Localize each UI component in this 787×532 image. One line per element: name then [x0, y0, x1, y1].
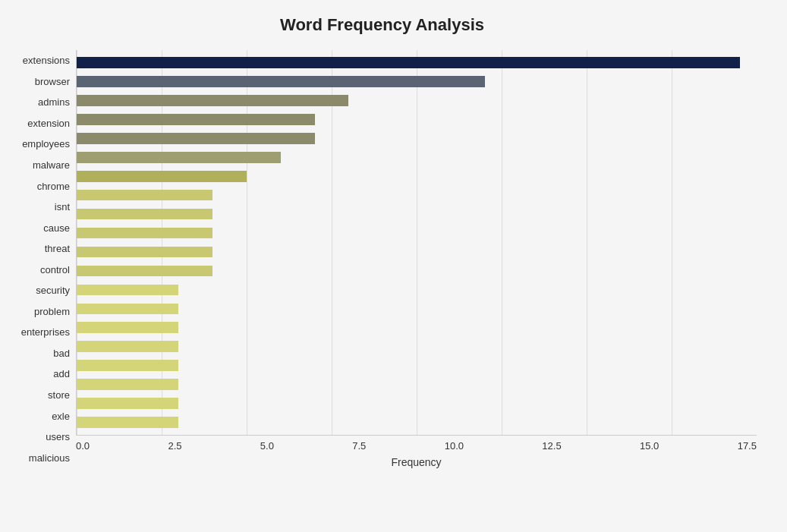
bar-row	[77, 148, 757, 167]
bar-row	[77, 318, 757, 337]
bar-row	[77, 413, 757, 432]
bar-row	[77, 205, 757, 224]
y-axis-label: security	[36, 285, 70, 295]
bar-row	[77, 280, 757, 299]
y-axis-label: extensions	[23, 55, 70, 65]
y-axis-label: enterprises	[21, 327, 70, 337]
x-tick: 10.0	[445, 440, 464, 452]
bar-row	[77, 91, 757, 110]
bar-row	[77, 110, 757, 129]
y-axis-label: bad	[53, 348, 70, 358]
bar	[77, 285, 178, 296]
y-axis-label: threat	[45, 244, 70, 253]
y-axis-label: users	[46, 432, 70, 442]
bar	[77, 304, 178, 315]
y-axis-label: chrome	[37, 181, 70, 191]
bar-row	[77, 129, 757, 148]
bar-row	[77, 243, 757, 262]
bar-row	[77, 299, 757, 318]
x-tick: 5.0	[260, 440, 274, 452]
x-tick: 17.5	[738, 440, 757, 452]
bars-section	[76, 50, 757, 436]
y-axis-label: control	[40, 265, 70, 275]
y-axis-label: employees	[22, 139, 70, 149]
bar	[77, 247, 212, 258]
bar-row	[77, 224, 757, 243]
bars-and-xaxis: 0.02.55.07.510.012.515.017.5 Frequency	[76, 50, 757, 468]
x-tick: 12.5	[542, 440, 561, 452]
x-tick: 0.0	[76, 440, 90, 452]
bar-row	[77, 53, 757, 72]
y-axis: extensionsbrowseradminsextensionemployee…	[8, 50, 76, 468]
bar	[77, 228, 212, 239]
bar	[77, 341, 178, 352]
bar	[77, 76, 485, 87]
bar	[77, 171, 247, 182]
bar	[77, 417, 178, 428]
y-axis-label: browser	[35, 77, 70, 87]
bar	[77, 322, 178, 333]
bar	[77, 209, 212, 220]
bar-row	[77, 186, 757, 205]
y-axis-label: store	[48, 390, 70, 400]
y-axis-label: isnt	[55, 202, 70, 212]
y-axis-label: add	[53, 369, 70, 379]
x-tick: 2.5	[168, 440, 181, 452]
bar	[77, 114, 315, 125]
chart-title: Word Frequency Analysis	[8, 15, 757, 35]
bar-row	[77, 167, 757, 186]
bar	[77, 398, 178, 409]
y-axis-label: exle	[52, 411, 70, 421]
bar-row	[77, 394, 757, 413]
x-axis: 0.02.55.07.510.012.515.017.5	[76, 440, 757, 452]
y-axis-label: cause	[43, 223, 70, 233]
y-axis-label: malicious	[29, 453, 70, 463]
y-axis-label: extension	[27, 118, 70, 128]
y-axis-label: malware	[33, 160, 70, 170]
bar	[77, 152, 281, 163]
x-axis-label: Frequency	[76, 456, 757, 468]
bar	[77, 360, 178, 371]
bar-row	[77, 337, 757, 356]
x-tick: 15.0	[640, 440, 659, 452]
chart-area: extensionsbrowseradminsextensionemployee…	[8, 50, 757, 468]
chart-container: Word Frequency Analysis extensionsbrowse…	[0, 0, 787, 532]
bars-wrapper	[77, 50, 757, 435]
y-axis-label: admins	[38, 97, 70, 107]
bar-row	[77, 356, 757, 375]
bar	[77, 190, 212, 201]
x-tick: 7.5	[352, 440, 366, 452]
bar	[77, 266, 212, 277]
bar-row	[77, 375, 757, 394]
bar	[77, 379, 178, 390]
y-axis-label: problem	[34, 307, 70, 316]
bar	[77, 133, 315, 144]
bar	[77, 57, 740, 68]
bar	[77, 95, 348, 106]
bar-row	[77, 261, 757, 280]
bar-row	[77, 72, 757, 91]
